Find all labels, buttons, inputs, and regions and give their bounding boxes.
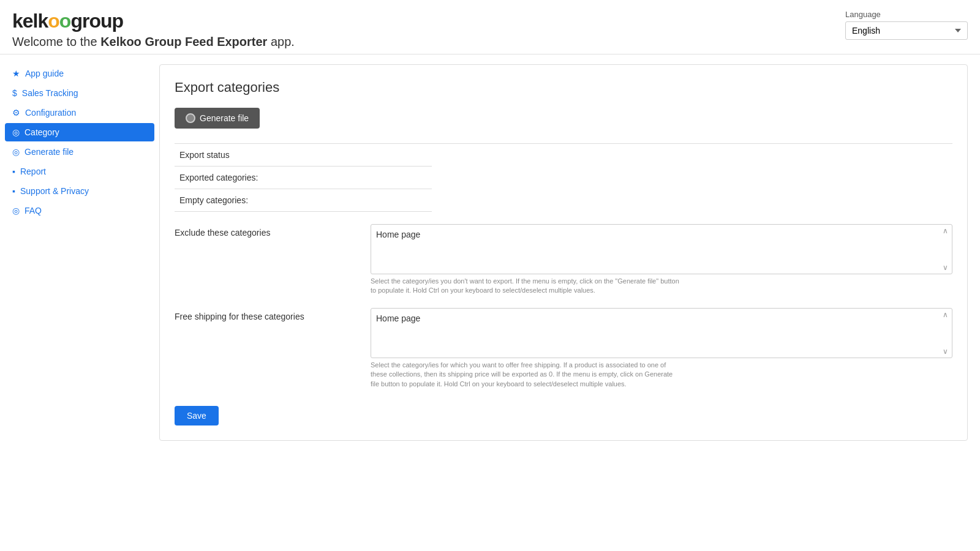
welcome-text: Welcome to the Kelkoo Group Feed Exporte…	[12, 35, 295, 49]
star-icon: ★	[12, 69, 20, 78]
logo-o2: o	[59, 10, 71, 32]
content-box: Export categories Generate file Export s…	[159, 64, 968, 441]
square-icon: ▪	[12, 167, 15, 176]
logo-area: kelkoogroup Welcome to the Kelkoo Group …	[12, 10, 295, 49]
layout: ★ App guide $ Sales Tracking ⚙ Configura…	[0, 54, 980, 453]
export-status-row: Export status	[175, 144, 432, 167]
exclude-categories-label: Exclude these categories	[175, 224, 371, 238]
free-shipping-row: Free shipping for these categories Home …	[175, 308, 952, 389]
header: kelkoogroup Welcome to the Kelkoo Group …	[0, 0, 980, 54]
page-title: Export categories	[175, 80, 952, 96]
language-label: Language	[845, 10, 881, 19]
free-shipping-listbox-wrap: Home page ∧ ∨	[371, 308, 952, 358]
circle-icon-2: ◎	[12, 147, 20, 157]
sidebar-item-faq[interactable]: ◎ FAQ	[5, 201, 154, 220]
generate-file-button[interactable]: Generate file	[175, 108, 260, 129]
generate-icon	[186, 113, 195, 123]
sidebar-item-sales-tracking[interactable]: $ Sales Tracking	[5, 84, 154, 102]
main-content: Export categories Generate file Export s…	[159, 64, 980, 453]
status-section: Export status Exported categories: Empty…	[175, 143, 952, 212]
circle-icon-3: ◎	[12, 206, 20, 216]
language-select[interactable]: English French German Spanish	[845, 21, 968, 40]
sidebar: ★ App guide $ Sales Tracking ⚙ Configura…	[0, 64, 159, 453]
sidebar-item-generate-file[interactable]: ◎ Generate file	[5, 143, 154, 161]
exclude-categories-listbox[interactable]: Home page	[371, 225, 952, 274]
free-shipping-hint: Select the category/ies for which you wa…	[371, 361, 683, 389]
logo: kelkoogroup	[12, 10, 295, 32]
dollar-icon: $	[12, 88, 17, 98]
exported-categories-row: Exported categories:	[175, 167, 432, 189]
free-shipping-label: Free shipping for these categories	[175, 308, 371, 321]
free-shipping-field: Home page ∧ ∨ Select the category/ies fo…	[371, 308, 952, 389]
free-shipping-listbox[interactable]: Home page	[371, 309, 952, 358]
sidebar-item-category[interactable]: ◎ Category	[5, 123, 154, 141]
circle-icon: ◎	[12, 127, 20, 137]
square-icon-2: ▪	[12, 186, 15, 196]
sidebar-item-app-guide[interactable]: ★ App guide	[5, 64, 154, 83]
logo-text: kelkoogroup	[12, 10, 123, 32]
exclude-listbox-wrap: Home page ∧ ∨	[371, 224, 952, 274]
exclude-hint: Select the category/ies you don't want t…	[371, 277, 683, 296]
save-button[interactable]: Save	[175, 406, 219, 425]
logo-o1: o	[48, 10, 59, 32]
empty-categories-row: Empty categories:	[175, 189, 432, 212]
sidebar-item-support-privacy[interactable]: ▪ Support & Privacy	[5, 182, 154, 200]
gear-icon: ⚙	[12, 108, 20, 118]
exclude-categories-row: Exclude these categories Home page ∧ ∨ S…	[175, 224, 952, 296]
sidebar-item-configuration[interactable]: ⚙ Configuration	[5, 103, 154, 122]
sidebar-item-report[interactable]: ▪ Report	[5, 162, 154, 181]
language-area: Language English French German Spanish	[845, 10, 968, 40]
exclude-categories-field: Home page ∧ ∨ Select the category/ies yo…	[371, 224, 952, 296]
